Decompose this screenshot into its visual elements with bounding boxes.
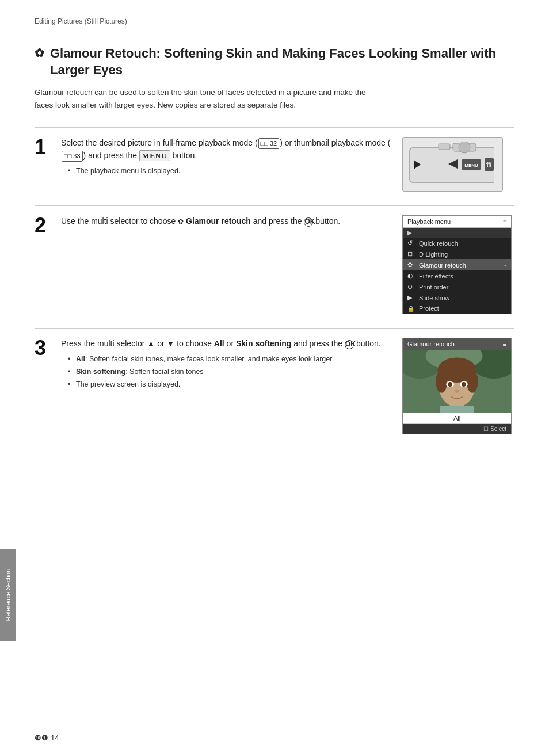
menu-playback-header: ▶ — [403, 228, 511, 238]
step-3-bullet-3: The preview screen is displayed. — [68, 379, 391, 390]
skin-softening-label: Skin softening — [236, 339, 291, 348]
menu-key: MENU — [139, 150, 170, 161]
ref2: □□ 33 — [62, 151, 83, 162]
menu-item-quick-retouch[interactable]: ↺ Quick retouch — [403, 238, 511, 249]
svg-text:🗑: 🗑 — [486, 161, 493, 169]
print-label: Print order — [419, 284, 448, 291]
step-3-bullets: All: Soften facial skin tones, make face… — [61, 354, 391, 390]
sidebar-section: Reference Section — [0, 549, 16, 641]
playback-menu-screenshot: Playback menu ≡ ▶ ↺ Quick retouch ⊡ D — [402, 215, 512, 314]
arrow-icon — [414, 160, 421, 169]
face-svg — [403, 350, 511, 413]
menu-item-slideshow[interactable]: ▶ Slide show — [403, 292, 511, 303]
step-1-text: Select the desired picture in full-frame… — [61, 137, 391, 162]
svg-rect-3 — [439, 144, 450, 150]
glamour-retouch-label: Glamour retouch — [186, 216, 251, 226]
select-icon: ☐ — [483, 426, 489, 432]
svg-rect-22 — [440, 406, 474, 413]
step-3-text-block: Press the multi selector ▲ or ▼ to choos… — [61, 338, 391, 391]
glamour-photo — [403, 350, 511, 413]
step-1: 1 Select the desired picture in full-fra… — [35, 137, 514, 192]
camera-image: MENU 🗑 — [402, 137, 503, 192]
step-3-text: Press the multi selector ▲ or ▼ to choos… — [61, 338, 391, 350]
step-2-content: 2 Use the multi selector to choose ✿ Gla… — [35, 215, 391, 236]
select-label: Select — [490, 426, 506, 432]
sidebar-text: Reference Section — [5, 569, 12, 621]
step-3-bullet-1: All: Soften facial skin tones, make face… — [68, 354, 391, 365]
step-3-content: 3 Press the multi selector ▲ or ▼ to cho… — [35, 338, 391, 391]
dlighting-label: D-Lighting — [419, 251, 448, 258]
ok-icon-3: OK — [345, 340, 354, 349]
print-icon: ⊙ — [407, 283, 415, 291]
step1-divider — [35, 127, 514, 128]
quick-retouch-label: Quick retouch — [419, 240, 458, 247]
glamour-select-bar: ☐ Select — [403, 424, 511, 434]
step-2-number: 2 — [35, 215, 52, 236]
ok-icon: OK — [304, 217, 313, 227]
glamour-icon: ✿ — [35, 45, 44, 60]
step-2-text: Use the multi selector to choose ✿ Glamo… — [61, 215, 391, 228]
step-2-image: Playback menu ≡ ▶ ↺ Quick retouch ⊡ D — [402, 215, 514, 314]
svg-point-16 — [467, 371, 478, 394]
glamour-retouch-screenshot: Glamour retouch ≡ — [402, 338, 512, 434]
svg-point-19 — [448, 382, 452, 387]
page-number: ❿❶ 14 — [35, 734, 59, 742]
page-num: 14 — [51, 734, 59, 742]
section-title: ✿ Glamour Retouch: Softening Skin and Ma… — [35, 45, 514, 78]
menu-item-filter[interactable]: ◐ Filter effects — [403, 270, 511, 281]
menu-items-list: ▶ ↺ Quick retouch ⊡ D-Lighting ✿ Glamour… — [403, 228, 511, 314]
menu-title: Playback menu — [407, 218, 451, 225]
camera-body: MENU 🗑 — [407, 142, 499, 188]
menu-header: Playback menu ≡ — [403, 216, 511, 228]
slideshow-icon: ▶ — [407, 294, 415, 301]
filter-icon: ◐ — [407, 272, 415, 280]
glamour-menu-label: Glamour retouch — [419, 262, 466, 269]
page-footer: ❿❶ 14 — [35, 734, 514, 742]
svg-point-2 — [459, 142, 470, 153]
svg-point-21 — [455, 390, 459, 393]
step-3: 3 Press the multi selector ▲ or ▼ to cho… — [35, 338, 514, 434]
ref1: □□ 32 — [258, 138, 280, 149]
glamour-retouch-header-icon: ≡ — [503, 341, 506, 348]
quick-retouch-icon: ↺ — [407, 239, 415, 247]
protect-label: Protect — [419, 305, 439, 312]
playback-icon: ▶ — [407, 230, 412, 236]
menu-header-icon: ≡ — [503, 219, 506, 225]
dlighting-icon: ⊡ — [407, 250, 415, 258]
step-1-number: 1 — [35, 137, 52, 158]
step2-divider — [35, 205, 514, 206]
glamour-menu-icon: ✿ — [407, 261, 415, 269]
svg-text:MENU: MENU — [464, 163, 478, 168]
glamour-dot: • — [504, 262, 506, 269]
step-2: 2 Use the multi selector to choose ✿ Gla… — [35, 215, 514, 314]
step-1-bullet-1: The playback menu is displayed. — [68, 166, 391, 177]
step-2-text-block: Use the multi selector to choose ✿ Glamo… — [61, 215, 391, 231]
filter-label: Filter effects — [419, 273, 453, 280]
step3-divider — [35, 328, 514, 329]
intro-text: Glamour retouch can be used to soften th… — [35, 86, 380, 111]
page-num-icon: ❿❶ — [35, 734, 48, 742]
slideshow-label: Slide show — [419, 295, 449, 301]
all-label: All — [214, 339, 224, 348]
step-3-image: Glamour retouch ≡ — [402, 338, 514, 434]
glamour-retouch-header: Glamour retouch ≡ — [403, 338, 511, 350]
step-1-image: MENU 🗑 — [402, 137, 514, 192]
svg-point-20 — [462, 382, 466, 387]
step-3-bullet-2: Skin softening: Soften facial skin tones — [68, 366, 391, 377]
svg-point-15 — [436, 371, 447, 394]
menu-item-print[interactable]: ⊙ Print order — [403, 281, 511, 292]
glamour-all-label: All — [453, 415, 460, 422]
glamour-retouch-title: Glamour retouch — [407, 341, 455, 348]
breadcrumb: Editing Pictures (Still Pictures) — [35, 17, 514, 25]
menu-item-protect[interactable]: 🔒 Protect — [403, 303, 511, 314]
step-1-bullets: The playback menu is displayed. — [61, 166, 391, 177]
step-3-number: 3 — [35, 338, 52, 358]
step-1-content: 1 Select the desired picture in full-fra… — [35, 137, 391, 178]
step-1-text-block: Select the desired picture in full-frame… — [61, 137, 391, 178]
top-divider — [35, 36, 514, 36]
glamour-option-bar: All — [403, 413, 511, 424]
menu-item-glamour[interactable]: ✿ Glamour retouch • — [403, 259, 511, 270]
menu-item-dlighting[interactable]: ⊡ D-Lighting — [403, 249, 511, 259]
protect-icon: 🔒 — [407, 306, 415, 312]
